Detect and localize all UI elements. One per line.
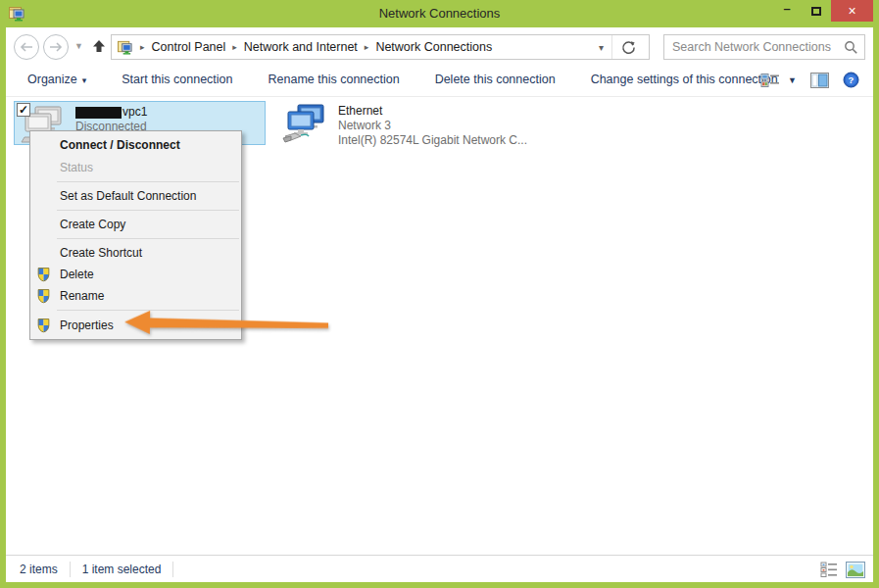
search-input[interactable] [672,40,844,54]
ethernet-adapter: Intel(R) 82574L Gigabit Network C... [338,133,527,148]
start-connection-button[interactable]: Start this connection [122,73,232,86]
menu-item-delete[interactable]: Delete [30,264,241,285]
change-view-icon[interactable] [760,73,780,88]
breadcrumb-network-connections[interactable]: Network Connections [375,40,492,54]
search-icon[interactable] [844,40,858,55]
menu-separator [57,210,239,211]
address-bar[interactable]: ▸ Control Panel ▸ Network and Internet ▸… [111,34,650,60]
preview-pane-icon[interactable] [810,73,829,88]
help-icon[interactable]: ? [843,72,859,88]
delete-connection-button[interactable]: Delete this connection [435,73,556,86]
large-icons-view-icon[interactable] [846,562,865,578]
menu-separator [57,238,239,239]
status-bar: 2 items 1 item selected [6,555,873,582]
items-count: 2 items [20,563,58,576]
rename-connection-button[interactable]: Rename this connection [269,73,400,86]
status-divider [172,562,173,577]
address-dropdown-chevron-icon[interactable]: ▾ [591,42,611,53]
connection-item-ethernet[interactable]: Ethernet Network 3 Intel(R) 82574L Gigab… [277,101,542,148]
search-box[interactable] [663,34,865,60]
ethernet-connection-icon [281,103,328,146]
breadcrumb-chevron-icon[interactable]: ▸ [133,42,152,52]
svg-text:?: ? [849,74,855,85]
ethernet-name: Ethernet [338,104,527,119]
navigation-bar: ▼ ▸ Control Panel ▸ Network and Internet… [6,27,873,63]
network-connections-window: Network Connections – × ▼ [0,0,879,588]
file-list-area[interactable]: ✓ vpc1 Disconnected [6,97,873,555]
up-button[interactable] [92,39,106,56]
window-title: Network Connections [0,0,879,27]
forward-button[interactable] [43,34,69,60]
menu-item-rename[interactable]: Rename [30,285,241,307]
refresh-icon[interactable] [612,40,645,55]
change-settings-button[interactable]: Change settings of this connection [591,73,778,86]
uac-shield-icon [33,268,53,282]
uac-shield-icon [33,289,53,304]
menu-item-create-shortcut[interactable]: Create Shortcut [30,242,241,264]
view-dropdown-chevron-icon[interactable]: ▼ [788,75,797,85]
close-button[interactable]: × [831,0,873,22]
selection-count: 1 item selected [82,563,162,576]
ethernet-network: Network 3 [338,119,527,133]
menu-item-status: Status [30,157,241,178]
menu-item-create-copy[interactable]: Create Copy [30,214,241,235]
vpn-connection-name: vpc1 [75,105,147,120]
minimize-button[interactable]: – [772,0,802,22]
uac-shield-icon [33,318,53,333]
recent-pages-chevron-icon[interactable]: ▼ [74,41,83,51]
item-checkbox[interactable]: ✓ [17,103,30,117]
back-button[interactable] [14,34,39,60]
breadcrumb-control-panel[interactable]: Control Panel [152,40,226,54]
redacted-name-block [75,107,122,119]
maximize-button[interactable] [802,0,831,22]
organize-button[interactable]: Organize▾ [27,73,86,86]
orange-left-arrow-icon [122,308,330,343]
command-toolbar: Organize▾ Start this connection Rename t… [6,63,873,97]
chevron-down-icon: ▾ [82,75,87,85]
location-icon [118,39,133,55]
menu-item-connect-disconnect[interactable]: Connect / Disconnect [30,133,241,157]
window-border-right [873,27,879,582]
status-divider [70,562,71,577]
details-view-icon[interactable] [820,562,838,577]
window-border-bottom [0,582,879,588]
breadcrumb-chevron-icon[interactable]: ▸ [225,42,244,52]
breadcrumb-chevron-icon[interactable]: ▸ [358,42,376,52]
breadcrumb-network-and-internet[interactable]: Network and Internet [244,40,358,54]
menu-separator [57,181,239,182]
menu-item-set-default[interactable]: Set as Default Connection [30,185,241,207]
